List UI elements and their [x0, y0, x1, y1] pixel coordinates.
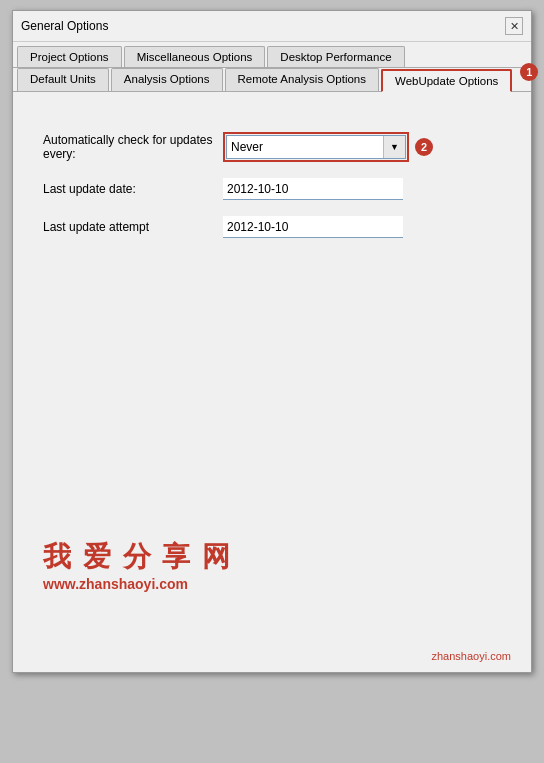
form-section: Automatically check for updates every: N…	[43, 132, 501, 238]
badge-2: 2	[415, 138, 433, 156]
watermark-line2: www.zhanshaoyi.com	[43, 576, 232, 592]
last-update-attempt-label: Last update attempt	[43, 220, 223, 234]
footer-watermark: zhanshaoyi.com	[432, 650, 512, 662]
auto-check-control: Never ▼ 2	[223, 132, 409, 162]
content-area: Automatically check for updates every: N…	[13, 92, 531, 672]
dropdown-arrow-icon: ▼	[383, 136, 405, 158]
badge-1: 1	[520, 63, 538, 81]
last-update-attempt-value-wrapper	[223, 216, 403, 238]
dropdown-border: Never ▼	[223, 132, 409, 162]
watermark-line1: 我 爱 分 享 网	[43, 538, 232, 576]
tab-project-options[interactable]: Project Options	[17, 46, 122, 67]
tab-webupdate-options[interactable]: WebUpdate Options 1	[381, 69, 512, 92]
window-title: General Options	[21, 19, 108, 33]
last-update-attempt-input[interactable]	[223, 216, 403, 238]
auto-check-dropdown[interactable]: Never ▼	[226, 135, 406, 159]
watermark: 我 爱 分 享 网 www.zhanshaoyi.com	[43, 538, 232, 592]
tab-analysis-options[interactable]: Analysis Options	[111, 68, 223, 91]
last-update-date-value-wrapper	[223, 178, 403, 200]
last-update-date-row: Last update date:	[43, 178, 501, 200]
tab-desktop-perf[interactable]: Desktop Performance	[267, 46, 404, 67]
tab-row-1: Project Options Miscellaneous Options De…	[13, 42, 531, 68]
general-options-window: General Options ✕ Project Options Miscel…	[12, 10, 532, 673]
tab-remote-analysis[interactable]: Remote Analysis Options	[225, 68, 379, 91]
auto-check-row: Automatically check for updates every: N…	[43, 132, 501, 162]
tab-default-units[interactable]: Default Units	[17, 68, 109, 91]
last-update-attempt-row: Last update attempt	[43, 216, 501, 238]
close-button[interactable]: ✕	[505, 17, 523, 35]
tab-misc-options[interactable]: Miscellaneous Options	[124, 46, 266, 67]
title-bar: General Options ✕	[13, 11, 531, 42]
auto-check-label: Automatically check for updates every:	[43, 133, 223, 161]
last-update-date-input[interactable]	[223, 178, 403, 200]
last-update-date-label: Last update date:	[43, 182, 223, 196]
tab-row-2: Default Units Analysis Options Remote An…	[13, 68, 531, 92]
